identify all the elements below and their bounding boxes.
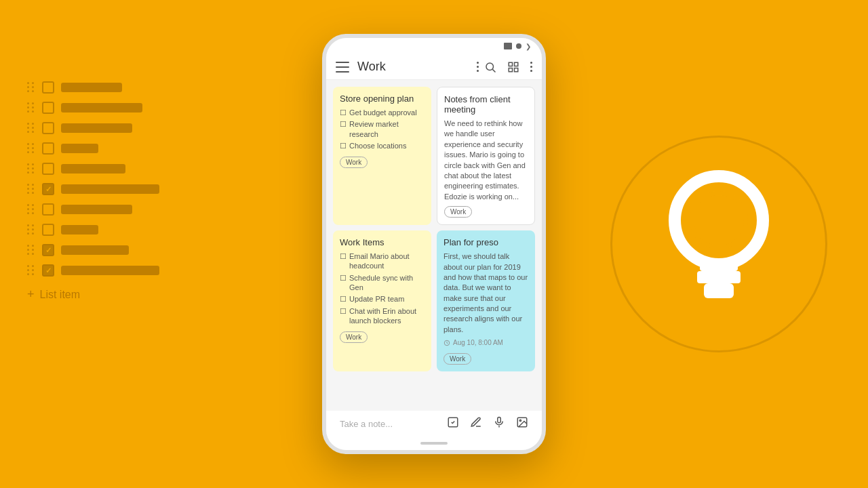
note-work-items[interactable]: Work Items Email Mario about headcount S… xyxy=(333,230,431,371)
image-icon[interactable] xyxy=(516,416,528,431)
note-store-title: Store opening plan xyxy=(340,94,425,104)
checkbox-4[interactable] xyxy=(42,163,54,175)
svg-point-11 xyxy=(519,420,521,421)
mic-icon[interactable] xyxy=(493,416,505,431)
layout-icon[interactable] xyxy=(507,61,519,73)
header-more-icon[interactable] xyxy=(530,62,532,72)
add-list-item[interactable]: + List item xyxy=(27,287,159,302)
bar-1 xyxy=(61,103,142,113)
title-more-icon[interactable] xyxy=(477,62,479,72)
bar-0 xyxy=(61,83,122,92)
drag-handle-8[interactable] xyxy=(27,245,35,256)
note-preso-reminder: Aug 10, 8:00 AM xyxy=(443,339,528,346)
svg-rect-2 xyxy=(509,62,512,66)
drag-handle-6[interactable] xyxy=(27,204,35,215)
lightbulb-icon xyxy=(644,156,793,332)
signal-dot xyxy=(516,43,521,49)
note-item-1: Get budget approval xyxy=(340,108,425,117)
lightbulb-panel xyxy=(610,136,827,352)
bottom-icons xyxy=(447,416,528,431)
bar-3 xyxy=(61,144,98,153)
app-title: Work xyxy=(357,60,471,74)
note-store-opening[interactable]: Store opening plan Get budget approval R… xyxy=(333,87,431,225)
note-client-title: Notes from client meeting xyxy=(444,94,528,115)
svg-rect-4 xyxy=(509,68,512,71)
checkbox-7[interactable] xyxy=(42,224,54,236)
drag-handle-5[interactable] xyxy=(27,184,35,195)
drag-handle-1[interactable] xyxy=(27,102,35,113)
checkbox-5[interactable] xyxy=(42,183,54,195)
take-note-input[interactable]: Take a note... xyxy=(340,419,447,429)
note-work-tag[interactable]: Work xyxy=(340,331,368,343)
status-bar: ❯ xyxy=(326,38,542,54)
checkbox-9[interactable] xyxy=(42,264,54,277)
drag-handle-4[interactable] xyxy=(27,163,35,174)
note-item-3: Choose locations xyxy=(340,141,425,150)
phone-body: ❯ Work xyxy=(322,34,546,454)
battery-icon xyxy=(504,43,512,49)
list-row-4[interactable] xyxy=(27,163,159,175)
wifi-icon: ❯ xyxy=(526,43,531,50)
list-row-7[interactable] xyxy=(27,224,159,236)
checkbox-6[interactable] xyxy=(42,203,54,216)
drag-handle-2[interactable] xyxy=(27,123,35,134)
bar-5 xyxy=(61,184,159,194)
home-bar-indicator xyxy=(420,442,448,445)
drag-handle-9[interactable] xyxy=(27,265,35,276)
bar-7 xyxy=(61,225,98,235)
note-client-meeting[interactable]: Notes from client meeting We need to ret… xyxy=(437,87,535,225)
svg-rect-14 xyxy=(697,271,741,283)
checkbox-icon[interactable] xyxy=(447,416,459,431)
phone-mockup: ❯ Work xyxy=(322,34,546,454)
list-row-3[interactable] xyxy=(27,142,159,155)
drag-handle-7[interactable] xyxy=(27,224,35,235)
note-work-title: Work Items xyxy=(340,237,425,247)
svg-rect-3 xyxy=(515,62,518,66)
phone-home-bar xyxy=(326,436,542,450)
note-preso-text: First, we should talk about our plan for… xyxy=(443,251,528,335)
note-client-text: We need to rethink how we handle user ex… xyxy=(444,119,528,202)
svg-rect-15 xyxy=(704,283,734,298)
list-row-8[interactable] xyxy=(27,244,159,256)
note-preso-title: Plan for preso xyxy=(443,237,528,247)
add-icon: + xyxy=(27,287,35,302)
left-checklist-panel: + List item xyxy=(27,81,159,302)
list-row-0[interactable] xyxy=(27,81,159,94)
bar-8 xyxy=(61,245,129,255)
list-row-1[interactable] xyxy=(27,102,159,114)
svg-line-1 xyxy=(492,69,495,72)
note-store-tag[interactable]: Work xyxy=(340,157,368,168)
lightbulb-circle xyxy=(610,136,827,352)
checkbox-0[interactable] xyxy=(42,81,54,94)
list-row-6[interactable] xyxy=(27,203,159,216)
checkbox-8[interactable] xyxy=(42,244,54,256)
list-row-5[interactable] xyxy=(27,183,159,195)
checkbox-3[interactable] xyxy=(42,142,54,155)
checkbox-1[interactable] xyxy=(42,102,54,114)
bar-9 xyxy=(61,266,159,275)
svg-rect-8 xyxy=(498,418,501,423)
hamburger-menu-icon[interactable] xyxy=(336,62,349,73)
svg-point-0 xyxy=(486,63,494,70)
list-row-2[interactable] xyxy=(27,122,159,134)
note-client-tag[interactable]: Work xyxy=(444,206,472,218)
note-item-2: Review market research xyxy=(340,119,425,139)
note-plan-preso[interactable]: Plan for preso First, we should talk abo… xyxy=(437,230,535,371)
bar-2 xyxy=(61,123,132,133)
checkbox-2[interactable] xyxy=(42,122,54,134)
list-row-9[interactable] xyxy=(27,264,159,277)
app-header: Work xyxy=(326,54,542,80)
note-preso-tag[interactable]: Work xyxy=(443,353,471,365)
svg-point-16 xyxy=(692,193,746,247)
bar-4 xyxy=(61,164,125,174)
add-list-label: List item xyxy=(40,289,81,301)
work-item-4: Chat with Erin about launch blockers xyxy=(340,306,425,326)
drag-handle-0[interactable] xyxy=(27,82,35,93)
search-icon[interactable] xyxy=(484,61,496,73)
drag-handle-3[interactable] xyxy=(27,143,35,154)
work-item-1: Email Mario about headcount xyxy=(340,251,425,271)
bar-6 xyxy=(61,205,132,214)
svg-rect-13 xyxy=(700,259,738,271)
work-item-2: Schedule sync with Gen xyxy=(340,273,425,293)
pencil-icon[interactable] xyxy=(470,416,482,431)
